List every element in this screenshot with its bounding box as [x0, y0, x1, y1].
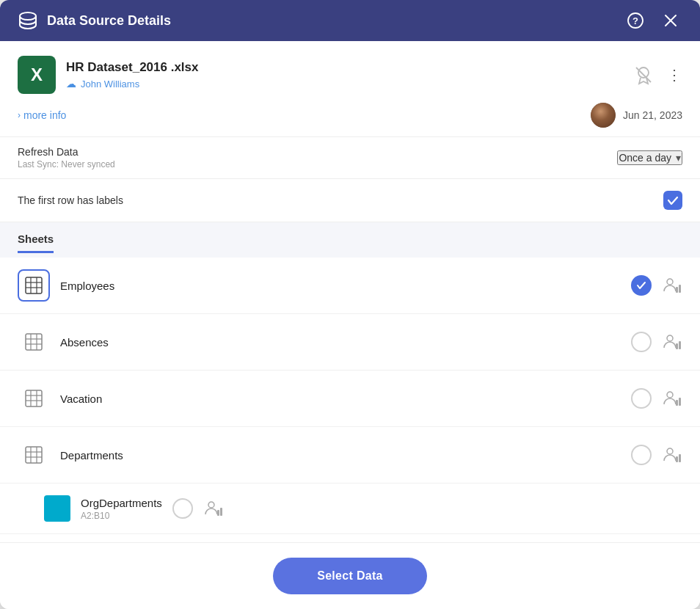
first-row-label: The first row has labels — [18, 194, 123, 206]
avatar-image — [591, 103, 616, 128]
svg-rect-37 — [676, 456, 678, 462]
header-left: Data Source Details — [18, 10, 171, 31]
close-button[interactable] — [659, 9, 682, 32]
modal-footer: Select Data — [0, 542, 700, 609]
sheet-name-absences: Absences — [60, 336, 621, 349]
sheet-icon-absences — [18, 326, 50, 358]
chevron-right-icon: › — [18, 110, 21, 120]
svg-text:?: ? — [632, 15, 638, 26]
sheet-actions-vacation — [631, 387, 682, 409]
cloud-icon: ☁ — [66, 78, 76, 90]
sheet-actions-departments — [631, 444, 682, 466]
person-chart-icon-orgdepartments[interactable] — [202, 497, 224, 519]
header-right: ? — [624, 9, 682, 32]
sheet-name-departments: Departments — [60, 449, 621, 462]
list-item[interactable]: Employees — [0, 258, 700, 314]
svg-rect-41 — [220, 508, 222, 516]
file-owner-name: John Williams — [81, 79, 139, 90]
file-info-left: X HR Dataset_2016 .xlsx ☁ John Williams — [18, 56, 199, 94]
data-source-modal: Data Source Details ? X — [0, 0, 700, 609]
sheet-select-departments[interactable] — [631, 445, 652, 465]
svg-rect-30 — [679, 398, 681, 406]
first-row-checkbox[interactable] — [663, 191, 682, 210]
person-chart-icon-employees[interactable] — [660, 274, 682, 296]
list-item[interactable]: Vacation — [0, 371, 700, 427]
sheet-select-employees[interactable] — [631, 275, 652, 296]
file-name: HR Dataset_2016 .xlsx — [66, 60, 199, 75]
svg-point-20 — [667, 335, 673, 341]
list-item[interactable]: Absences — [0, 314, 700, 371]
more-info-row: › more info Jun 21, 2023 — [0, 94, 700, 136]
svg-point-5 — [638, 68, 649, 78]
modal-title: Data Source Details — [47, 13, 171, 29]
svg-rect-31 — [26, 447, 42, 463]
svg-rect-38 — [679, 454, 681, 462]
svg-rect-22 — [679, 341, 681, 349]
sheet-icon-departments — [18, 439, 50, 471]
svg-point-39 — [208, 502, 214, 508]
refresh-section: Refresh Data Last Sync: Never synced Onc… — [0, 136, 700, 179]
modal-content: X HR Dataset_2016 .xlsx ☁ John Williams — [0, 41, 700, 542]
first-row-section: The first row has labels — [0, 179, 700, 222]
sheets-list: Employees — [0, 258, 700, 542]
help-button[interactable]: ? — [624, 9, 647, 32]
sheet-actions-orgdepartments — [172, 497, 224, 519]
svg-rect-29 — [676, 400, 678, 406]
sheet-actions-absences — [631, 331, 682, 353]
last-sync: Last Sync: Never synced — [18, 159, 115, 169]
modal-header: Data Source Details ? — [0, 0, 700, 41]
file-details: HR Dataset_2016 .xlsx ☁ John Williams — [66, 60, 199, 90]
sheet-name-vacation: Vacation — [60, 393, 621, 405]
sheet-select-orgdepartments[interactable] — [172, 498, 193, 519]
refresh-frequency-dropdown[interactable]: Once a day ▾ — [617, 150, 682, 165]
svg-rect-15 — [26, 334, 42, 350]
more-options-button[interactable]: ⋮ — [667, 66, 682, 84]
more-info-button[interactable]: › more info — [18, 109, 66, 121]
person-chart-icon-absences[interactable] — [660, 331, 682, 353]
file-owner-row: ☁ John Williams — [66, 78, 199, 90]
list-item[interactable]: OrgDepartments A2:B10 — [0, 484, 700, 534]
database-icon — [18, 10, 38, 31]
sheet-select-vacation[interactable] — [631, 388, 652, 409]
sheet-icon-employees — [18, 269, 50, 302]
refresh-info: Refresh Data Last Sync: Never synced — [18, 146, 115, 169]
svg-rect-14 — [679, 285, 681, 293]
sheet-name-orgdepartments: OrgDepartments — [81, 497, 162, 509]
sheets-label: Sheets — [18, 233, 54, 253]
svg-rect-40 — [217, 510, 219, 516]
svg-point-12 — [667, 279, 673, 285]
refresh-frequency-label: Once a day — [619, 152, 671, 164]
list-item[interactable]: Departments — [0, 427, 700, 484]
sync-date: Jun 21, 2023 — [623, 109, 682, 121]
more-info-label: more info — [23, 109, 66, 121]
org-departments-info: OrgDepartments A2:B10 — [81, 497, 162, 521]
svg-rect-23 — [26, 390, 42, 406]
org-departments-icon — [44, 495, 70, 522]
svg-point-36 — [667, 448, 673, 454]
excel-icon: X — [18, 56, 56, 94]
file-section: X HR Dataset_2016 .xlsx ☁ John Williams — [0, 41, 700, 94]
person-chart-icon-departments[interactable] — [660, 444, 682, 466]
award-icon — [632, 63, 655, 87]
svg-rect-7 — [26, 277, 42, 293]
refresh-title: Refresh Data — [18, 146, 115, 158]
sheet-range-orgdepartments: A2:B10 — [81, 511, 162, 521]
svg-point-0 — [20, 12, 36, 20]
sheets-section-header: Sheets — [0, 222, 700, 258]
sheet-select-absences[interactable] — [631, 332, 652, 352]
sheet-name-employees: Employees — [60, 280, 621, 292]
svg-point-28 — [667, 392, 673, 398]
select-data-button[interactable]: Select Data — [273, 558, 427, 594]
sheet-icon-vacation — [18, 382, 50, 415]
svg-rect-21 — [676, 343, 678, 349]
more-info-right: Jun 21, 2023 — [591, 103, 682, 128]
person-chart-icon-vacation[interactable] — [660, 387, 682, 409]
chevron-down-icon: ▾ — [676, 152, 681, 164]
file-actions: ⋮ — [632, 63, 682, 87]
svg-rect-13 — [676, 287, 678, 293]
sheet-actions-employees — [631, 274, 682, 296]
avatar — [591, 103, 616, 128]
